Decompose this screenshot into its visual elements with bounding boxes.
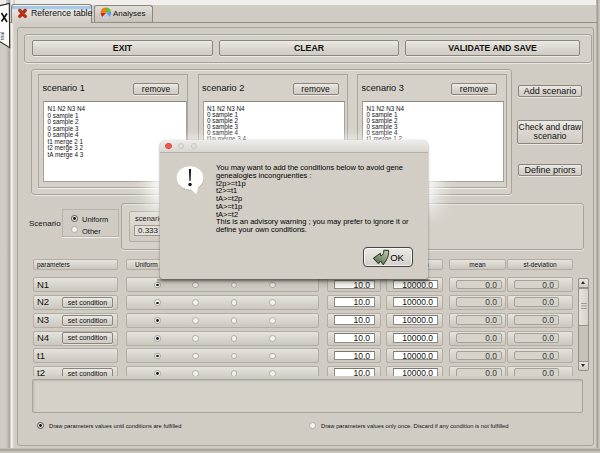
svg-text:trial: trial — [0, 32, 5, 40]
